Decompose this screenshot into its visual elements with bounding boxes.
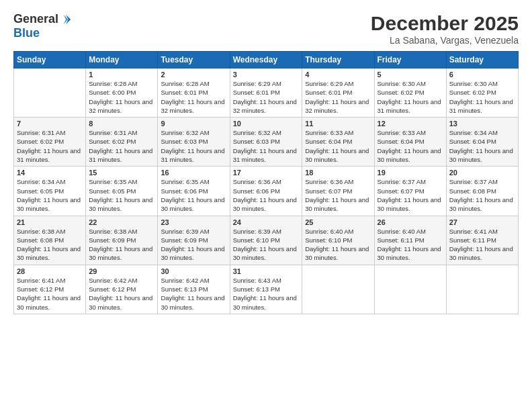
day-header-wednesday: Wednesday xyxy=(230,52,302,68)
day-header-monday: Monday xyxy=(86,52,158,68)
day-number: 28 xyxy=(17,267,83,275)
calendar-cell xyxy=(374,265,446,314)
calendar: SundayMondayTuesdayWednesdayThursdayFrid… xyxy=(13,51,519,314)
day-number: 14 xyxy=(17,169,83,177)
day-number: 26 xyxy=(378,218,443,226)
day-header-sunday: Sunday xyxy=(14,52,86,68)
day-info: Sunrise: 6:31 AM Sunset: 6:02 PM Dayligh… xyxy=(89,128,154,164)
day-number: 29 xyxy=(89,267,154,275)
day-number: 7 xyxy=(17,120,83,128)
calendar-cell: 6Sunrise: 6:30 AM Sunset: 6:02 PM Daylig… xyxy=(446,68,518,118)
day-number: 22 xyxy=(89,218,154,226)
day-info: Sunrise: 6:37 AM Sunset: 6:08 PM Dayligh… xyxy=(449,177,515,213)
day-number: 2 xyxy=(161,71,226,79)
day-info: Sunrise: 6:40 AM Sunset: 6:10 PM Dayligh… xyxy=(305,227,371,263)
day-number: 18 xyxy=(305,169,371,177)
calendar-cell: 10Sunrise: 6:32 AM Sunset: 6:03 PM Dayli… xyxy=(230,118,302,167)
day-info: Sunrise: 6:33 AM Sunset: 6:04 PM Dayligh… xyxy=(305,128,371,164)
day-info: Sunrise: 6:28 AM Sunset: 6:01 PM Dayligh… xyxy=(161,79,226,115)
day-number: 3 xyxy=(233,71,300,79)
day-info: Sunrise: 6:32 AM Sunset: 6:03 PM Dayligh… xyxy=(233,128,300,164)
calendar-week-1: 1Sunrise: 6:28 AM Sunset: 6:00 PM Daylig… xyxy=(14,68,519,118)
calendar-cell: 31Sunrise: 6:43 AM Sunset: 6:13 PM Dayli… xyxy=(230,265,302,314)
calendar-cell: 29Sunrise: 6:42 AM Sunset: 6:12 PM Dayli… xyxy=(86,265,158,314)
day-info: Sunrise: 6:43 AM Sunset: 6:13 PM Dayligh… xyxy=(233,276,300,312)
day-info: Sunrise: 6:31 AM Sunset: 6:02 PM Dayligh… xyxy=(17,128,83,164)
logo: General Blue xyxy=(13,12,72,40)
calendar-cell: 8Sunrise: 6:31 AM Sunset: 6:02 PM Daylig… xyxy=(86,118,158,167)
calendar-cell: 14Sunrise: 6:34 AM Sunset: 6:05 PM Dayli… xyxy=(14,167,86,216)
day-number: 31 xyxy=(233,267,300,275)
calendar-week-2: 7Sunrise: 6:31 AM Sunset: 6:02 PM Daylig… xyxy=(14,118,519,167)
calendar-cell xyxy=(446,265,518,314)
svg-marker-1 xyxy=(63,14,68,24)
day-number: 10 xyxy=(233,120,300,128)
day-info: Sunrise: 6:39 AM Sunset: 6:09 PM Dayligh… xyxy=(161,227,226,263)
calendar-cell: 16Sunrise: 6:35 AM Sunset: 6:06 PM Dayli… xyxy=(158,167,230,216)
title-section: December 2025 La Sabana, Vargas, Venezue… xyxy=(371,12,519,46)
day-info: Sunrise: 6:42 AM Sunset: 6:13 PM Dayligh… xyxy=(161,276,226,312)
calendar-cell: 3Sunrise: 6:29 AM Sunset: 6:01 PM Daylig… xyxy=(230,68,302,118)
day-number: 12 xyxy=(378,120,443,128)
day-info: Sunrise: 6:30 AM Sunset: 6:02 PM Dayligh… xyxy=(378,79,443,115)
calendar-week-5: 28Sunrise: 6:41 AM Sunset: 6:12 PM Dayli… xyxy=(14,265,519,314)
day-info: Sunrise: 6:40 AM Sunset: 6:11 PM Dayligh… xyxy=(378,227,443,263)
calendar-cell: 27Sunrise: 6:41 AM Sunset: 6:11 PM Dayli… xyxy=(446,216,518,265)
calendar-cell: 1Sunrise: 6:28 AM Sunset: 6:00 PM Daylig… xyxy=(86,68,158,118)
day-info: Sunrise: 6:39 AM Sunset: 6:10 PM Dayligh… xyxy=(233,227,300,263)
calendar-cell: 15Sunrise: 6:35 AM Sunset: 6:05 PM Dayli… xyxy=(86,167,158,216)
calendar-cell: 12Sunrise: 6:33 AM Sunset: 6:04 PM Dayli… xyxy=(374,118,446,167)
subtitle: La Sabana, Vargas, Venezuela xyxy=(371,35,519,46)
calendar-cell: 25Sunrise: 6:40 AM Sunset: 6:10 PM Dayli… xyxy=(302,216,374,265)
day-number: 1 xyxy=(89,71,154,79)
day-info: Sunrise: 6:34 AM Sunset: 6:05 PM Dayligh… xyxy=(17,177,83,213)
day-number: 4 xyxy=(305,71,371,79)
calendar-cell: 2Sunrise: 6:28 AM Sunset: 6:01 PM Daylig… xyxy=(158,68,230,118)
day-number: 6 xyxy=(449,71,515,79)
day-info: Sunrise: 6:41 AM Sunset: 6:11 PM Dayligh… xyxy=(449,227,515,263)
calendar-week-4: 21Sunrise: 6:38 AM Sunset: 6:08 PM Dayli… xyxy=(14,216,519,265)
calendar-cell: 5Sunrise: 6:30 AM Sunset: 6:02 PM Daylig… xyxy=(374,68,446,118)
day-number: 21 xyxy=(17,218,83,226)
calendar-cell: 26Sunrise: 6:40 AM Sunset: 6:11 PM Dayli… xyxy=(374,216,446,265)
day-number: 13 xyxy=(449,120,515,128)
header: General Blue December 2025 La Sabana, Va… xyxy=(13,12,519,46)
day-info: Sunrise: 6:41 AM Sunset: 6:12 PM Dayligh… xyxy=(17,276,83,312)
day-number: 24 xyxy=(233,218,300,226)
calendar-cell xyxy=(14,68,86,118)
day-number: 16 xyxy=(161,169,226,177)
calendar-cell: 28Sunrise: 6:41 AM Sunset: 6:12 PM Dayli… xyxy=(14,265,86,314)
day-number: 23 xyxy=(161,218,226,226)
day-number: 15 xyxy=(89,169,154,177)
day-header-thursday: Thursday xyxy=(302,52,374,68)
page: General Blue December 2025 La Sabana, Va… xyxy=(0,0,532,411)
logo-blue-text: Blue xyxy=(13,26,40,40)
calendar-cell: 7Sunrise: 6:31 AM Sunset: 6:02 PM Daylig… xyxy=(14,118,86,167)
calendar-cell: 4Sunrise: 6:29 AM Sunset: 6:01 PM Daylig… xyxy=(302,68,374,118)
calendar-cell: 20Sunrise: 6:37 AM Sunset: 6:08 PM Dayli… xyxy=(446,167,518,216)
calendar-cell xyxy=(302,265,374,314)
day-info: Sunrise: 6:33 AM Sunset: 6:04 PM Dayligh… xyxy=(378,128,443,164)
day-number: 30 xyxy=(161,267,226,275)
day-info: Sunrise: 6:34 AM Sunset: 6:04 PM Dayligh… xyxy=(449,128,515,164)
calendar-cell: 21Sunrise: 6:38 AM Sunset: 6:08 PM Dayli… xyxy=(14,216,86,265)
day-info: Sunrise: 6:38 AM Sunset: 6:08 PM Dayligh… xyxy=(17,227,83,263)
day-number: 5 xyxy=(378,71,443,79)
calendar-cell: 13Sunrise: 6:34 AM Sunset: 6:04 PM Dayli… xyxy=(446,118,518,167)
day-header-tuesday: Tuesday xyxy=(158,52,230,68)
calendar-cell: 23Sunrise: 6:39 AM Sunset: 6:09 PM Dayli… xyxy=(158,216,230,265)
main-title: December 2025 xyxy=(371,12,519,35)
calendar-cell: 24Sunrise: 6:39 AM Sunset: 6:10 PM Dayli… xyxy=(230,216,302,265)
day-info: Sunrise: 6:35 AM Sunset: 6:05 PM Dayligh… xyxy=(89,177,154,213)
day-number: 27 xyxy=(449,218,515,226)
calendar-week-3: 14Sunrise: 6:34 AM Sunset: 6:05 PM Dayli… xyxy=(14,167,519,216)
calendar-cell: 19Sunrise: 6:37 AM Sunset: 6:07 PM Dayli… xyxy=(374,167,446,216)
calendar-cell: 17Sunrise: 6:36 AM Sunset: 6:06 PM Dayli… xyxy=(230,167,302,216)
calendar-cell: 11Sunrise: 6:33 AM Sunset: 6:04 PM Dayli… xyxy=(302,118,374,167)
day-number: 17 xyxy=(233,169,300,177)
day-info: Sunrise: 6:28 AM Sunset: 6:00 PM Dayligh… xyxy=(89,79,154,115)
day-number: 20 xyxy=(449,169,515,177)
day-info: Sunrise: 6:36 AM Sunset: 6:07 PM Dayligh… xyxy=(305,177,371,213)
day-info: Sunrise: 6:38 AM Sunset: 6:09 PM Dayligh… xyxy=(89,227,154,263)
day-info: Sunrise: 6:32 AM Sunset: 6:03 PM Dayligh… xyxy=(161,128,226,164)
